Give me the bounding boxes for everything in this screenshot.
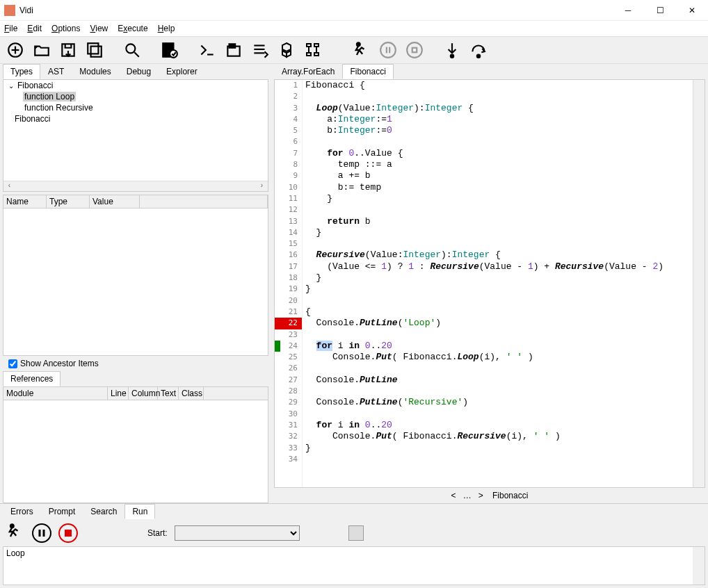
svg-point-26 (380, 42, 396, 58)
run-extra-button[interactable] (348, 525, 364, 541)
breadcrumb[interactable]: < … > Fibonacci (274, 488, 705, 503)
stepover-button[interactable] (467, 39, 490, 61)
tab-modules[interactable]: Modules (72, 64, 118, 79)
tab-fibonacci[interactable]: Fibonacci (342, 64, 393, 79)
svg-line-7 (134, 52, 139, 57)
tab-errors[interactable]: Errors (3, 504, 41, 519)
svg-point-34 (10, 525, 14, 528)
tab-debug[interactable]: Debug (119, 64, 159, 79)
stepinto-button[interactable] (441, 39, 463, 61)
start-select[interactable] (175, 525, 300, 541)
run-button[interactable] (351, 39, 373, 61)
tab-search[interactable]: Search (83, 504, 124, 519)
terminal-button[interactable] (196, 39, 218, 61)
svg-rect-37 (65, 530, 72, 537)
run-stop-button[interactable] (58, 523, 78, 543)
new-button[interactable] (4, 39, 26, 61)
menu-view[interactable]: View (90, 24, 108, 33)
run-exec-button[interactable] (6, 522, 25, 544)
type-tree[interactable]: ⌄Fibonacci function Loop function Recurs… (3, 80, 268, 181)
close-button[interactable]: ✕ (676, 0, 708, 21)
code-editor[interactable]: Fibonacci { Loop(Value:Integer):Integer … (303, 80, 693, 487)
props-grid-header: Name Type Value (3, 195, 268, 209)
tab-run[interactable]: Run (124, 504, 155, 519)
svg-rect-19 (307, 44, 311, 47)
refs-grid-header: Module Line Column Text Class (3, 387, 268, 400)
window-title: Vidi (19, 6, 612, 15)
svg-point-29 (407, 42, 422, 58)
modules-button[interactable] (275, 39, 298, 61)
svg-point-6 (126, 44, 135, 53)
tree-button[interactable] (302, 39, 324, 61)
menubar: File Edit Options View Execute Help (0, 21, 708, 36)
list-button[interactable] (249, 39, 271, 61)
saveall-button[interactable] (83, 39, 106, 61)
app-logo (4, 5, 15, 16)
show-ancestor-checkbox[interactable] (8, 359, 17, 368)
editor-scrollbar[interactable] (693, 80, 705, 487)
maximize-button[interactable]: ☐ (644, 0, 676, 21)
svg-rect-5 (91, 47, 102, 57)
open-button[interactable] (31, 39, 53, 61)
tab-explorer[interactable]: Explorer (159, 64, 205, 79)
start-label: Start: (147, 528, 168, 538)
refs-grid[interactable] (3, 400, 268, 503)
svg-rect-30 (412, 48, 417, 53)
svg-marker-16 (282, 43, 291, 51)
tab-types[interactable]: Types (3, 64, 40, 79)
svg-point-9 (170, 50, 177, 58)
search-button[interactable] (121, 39, 143, 61)
tab-prompt[interactable]: Prompt (41, 504, 83, 519)
toolbar (0, 36, 708, 64)
svg-rect-4 (88, 43, 98, 54)
svg-rect-12 (230, 44, 236, 47)
save-button[interactable] (57, 39, 79, 61)
svg-point-33 (477, 55, 480, 58)
box-button[interactable] (223, 39, 245, 61)
tab-arrayforeach[interactable]: Array.ForEach (274, 64, 342, 79)
left-tabs: Types AST Modules Debug Explorer (3, 64, 268, 79)
svg-point-32 (451, 55, 453, 58)
minimize-button[interactable]: ─ (612, 0, 644, 21)
run-pause-button[interactable] (32, 523, 51, 543)
checklist-button[interactable] (159, 39, 181, 61)
menu-options[interactable]: Options (51, 24, 80, 33)
pause-button (377, 39, 399, 61)
tree-scrollbar[interactable]: ‹› (3, 181, 268, 192)
menu-file[interactable]: File (4, 24, 17, 33)
tree-item-loop[interactable]: function Loop (23, 92, 76, 101)
output-scrollbar[interactable] (693, 547, 705, 585)
svg-rect-20 (314, 44, 319, 47)
stop-button (403, 39, 426, 61)
tab-ast[interactable]: AST (40, 64, 72, 79)
tab-references[interactable]: References (3, 371, 61, 386)
svg-rect-21 (307, 53, 311, 56)
editor-tabs: Array.ForEach Fibonacci (274, 64, 705, 79)
run-output[interactable]: Loop (3, 546, 705, 585)
menu-help[interactable]: Help (158, 24, 175, 33)
line-gutter[interactable]: 1234567891011121314151617181920212223242… (275, 80, 303, 487)
tree-item-recursive[interactable]: function Recursive (23, 103, 95, 113)
svg-point-25 (357, 43, 360, 47)
menu-execute[interactable]: Execute (118, 24, 147, 33)
svg-rect-22 (314, 53, 319, 56)
menu-edit[interactable]: Edit (27, 24, 42, 33)
